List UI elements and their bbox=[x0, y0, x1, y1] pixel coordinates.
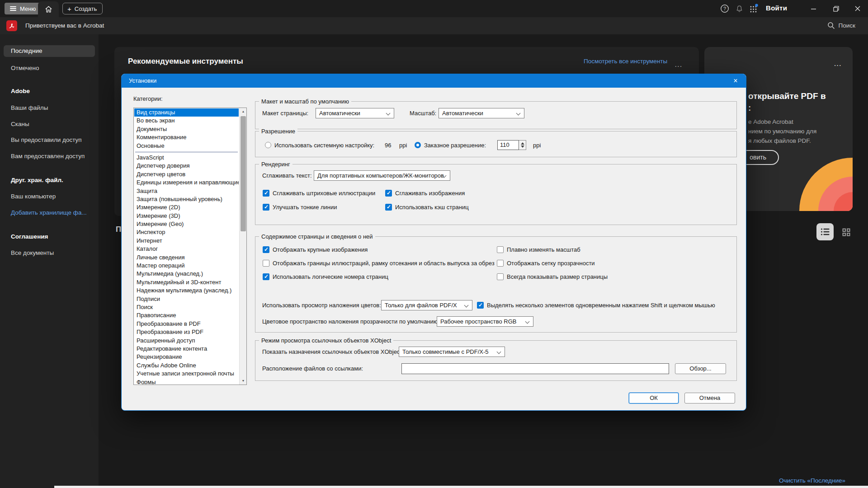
category-item[interactable]: Измерение (Geo) bbox=[134, 220, 239, 228]
category-item[interactable]: Подписи bbox=[134, 295, 239, 303]
category-item[interactable]: Поиск bbox=[134, 303, 239, 311]
apps-grid-button[interactable] bbox=[749, 4, 759, 14]
category-item[interactable]: Защита bbox=[134, 187, 239, 195]
category-item[interactable]: Мультимедийный и 3D-контент bbox=[134, 278, 239, 286]
dialog-close-button[interactable]: × bbox=[729, 74, 742, 88]
minimize-button[interactable] bbox=[807, 4, 819, 14]
sidebar-item-your-computer[interactable]: Ваш компьютер bbox=[4, 191, 95, 202]
browse-button[interactable]: Обзор... bbox=[675, 363, 726, 374]
see-all-tools-link[interactable]: Посмотреть все инструменты bbox=[584, 58, 667, 65]
cancel-button[interactable]: Отмена bbox=[684, 393, 735, 404]
horizontal-scrollbar[interactable] bbox=[54, 486, 868, 488]
show-large-images-checkbox[interactable] bbox=[263, 246, 269, 253]
category-item[interactable]: Диспетчер доверия bbox=[134, 162, 239, 170]
help-button[interactable]: ? bbox=[720, 4, 730, 14]
smooth-text-select[interactable]: Для портативных компьютеров/ЖК-мониторов bbox=[314, 170, 450, 181]
close-window-button[interactable] bbox=[852, 4, 863, 14]
list-view-toggle[interactable] bbox=[816, 223, 834, 240]
category-item[interactable]: Личные сведения bbox=[134, 253, 239, 262]
category-item[interactable]: Формы bbox=[134, 378, 239, 385]
sidebar-item-starred[interactable]: Отмечено bbox=[4, 62, 95, 74]
promo-more-button[interactable]: ... bbox=[834, 61, 842, 67]
menu-button-label: Меню bbox=[20, 5, 36, 12]
stepper-up-icon[interactable] bbox=[521, 142, 524, 145]
smooth-images-checkbox[interactable] bbox=[385, 190, 392, 197]
category-item[interactable]: Каталог bbox=[134, 245, 239, 253]
category-item[interactable]: Защита (повышенный уровень) bbox=[134, 195, 239, 203]
preferences-dialog: Установки × Категории: Вид страницыВо ве… bbox=[121, 74, 746, 411]
sidebar-item-shared-with-you[interactable]: Вам предоставлен доступ bbox=[4, 150, 95, 162]
smooth-line-art-checkbox[interactable] bbox=[263, 190, 269, 197]
system-resolution-label: Использовать системную настройку: bbox=[274, 142, 374, 149]
zoom-select[interactable]: Автоматически bbox=[439, 108, 524, 118]
menu-button[interactable]: Меню bbox=[5, 3, 41, 14]
scrollbar-thumb[interactable] bbox=[241, 116, 246, 231]
category-item[interactable]: Во весь экран bbox=[134, 117, 239, 125]
category-item[interactable]: Измерение (2D) bbox=[134, 203, 239, 211]
app-window: Меню + Создать ? bbox=[0, 0, 868, 488]
shift-multiselect-checkbox[interactable] bbox=[477, 302, 484, 309]
sidebar-item-all-documents[interactable]: Все документы bbox=[4, 247, 95, 259]
sidebar-item-your-files[interactable]: Ваши файлы bbox=[4, 102, 95, 114]
home-icon bbox=[44, 5, 53, 14]
create-button[interactable]: + Создать bbox=[62, 3, 103, 14]
category-item[interactable]: Рецензирование bbox=[134, 353, 239, 361]
category-item[interactable]: Надежная мультимедиа (унаслед.) bbox=[134, 286, 239, 295]
sidebar-item-recent[interactable]: Последние bbox=[4, 45, 95, 57]
dialog-titlebar[interactable]: Установки × bbox=[122, 74, 746, 88]
always-show-page-size-checkbox[interactable] bbox=[497, 273, 504, 280]
clear-recent-link[interactable]: Очистить «Последние» bbox=[779, 477, 845, 484]
blend-space-select[interactable]: Рабочее пространство RGB bbox=[437, 316, 533, 327]
show-art-trim-bleed-checkbox[interactable] bbox=[263, 260, 269, 267]
category-item[interactable]: Основные bbox=[134, 142, 239, 150]
custom-resolution-stepper[interactable] bbox=[519, 140, 526, 150]
category-item[interactable]: Вид страницы bbox=[134, 108, 239, 117]
smooth-zoom-checkbox[interactable] bbox=[497, 246, 504, 253]
sidebar-item-scans[interactable]: Сканы bbox=[4, 118, 95, 130]
category-item[interactable]: Единицы измерения и направляющие bbox=[134, 178, 239, 187]
category-item[interactable]: Интернет bbox=[134, 237, 239, 245]
category-item[interactable]: Расширенный доступ bbox=[134, 337, 239, 345]
overprint-preview-select[interactable]: Только для файлов PDF/X bbox=[381, 300, 472, 310]
show-art-trim-bleed-label: Отображать границы иллюстраций, рамку от… bbox=[273, 260, 495, 267]
category-item[interactable]: Преобразование из PDF bbox=[134, 328, 239, 336]
category-item[interactable]: Комментирование bbox=[134, 133, 239, 141]
category-item[interactable]: Диспетчер цветов bbox=[134, 170, 239, 178]
categories-scrollbar[interactable]: ▲ ▼ bbox=[239, 108, 246, 385]
grid-view-toggle[interactable] bbox=[840, 226, 853, 239]
tool-card-more-button[interactable]: ... bbox=[675, 61, 683, 68]
category-item[interactable]: JavaScript bbox=[134, 154, 239, 162]
transparency-grid-checkbox[interactable] bbox=[497, 260, 504, 267]
overprint-preview-label: Использовать просмотр наложения цветов: bbox=[262, 300, 381, 310]
category-item[interactable]: Инспектор bbox=[134, 228, 239, 236]
category-item[interactable]: Редактирование контента bbox=[134, 345, 239, 353]
category-item[interactable]: Мастер операций bbox=[134, 262, 239, 270]
scroll-up-icon[interactable]: ▲ bbox=[240, 108, 247, 115]
category-item[interactable]: Правописание bbox=[134, 311, 239, 319]
page-layout-select[interactable]: Автоматически bbox=[316, 108, 394, 118]
xobject-location-input[interactable] bbox=[401, 363, 669, 374]
scroll-down-icon[interactable]: ▼ bbox=[240, 377, 247, 385]
search-control[interactable]: Поиск bbox=[827, 22, 855, 29]
sidebar-item-add-storage[interactable]: Добавить хранилище фа... bbox=[4, 207, 95, 219]
category-item[interactable]: Мультимедиа (унаслед.) bbox=[134, 270, 239, 278]
notifications-button[interactable] bbox=[734, 4, 744, 14]
category-item[interactable]: Службы Adobe Online bbox=[134, 361, 239, 370]
stepper-down-icon[interactable] bbox=[521, 145, 524, 148]
page-cache-checkbox[interactable] bbox=[385, 204, 392, 211]
logical-page-numbers-checkbox[interactable] bbox=[263, 273, 269, 280]
custom-resolution-input[interactable]: 110 bbox=[497, 140, 519, 150]
system-resolution-radio[interactable] bbox=[265, 142, 271, 148]
sidebar-item-shared-by-you[interactable]: Вы предоставили доступ bbox=[4, 134, 95, 146]
home-tab[interactable] bbox=[38, 1, 59, 17]
restore-button[interactable] bbox=[830, 4, 842, 14]
enhance-thin-lines-checkbox[interactable] bbox=[263, 204, 269, 211]
custom-resolution-radio[interactable] bbox=[415, 142, 421, 148]
sign-in-button[interactable]: Войти bbox=[766, 4, 787, 12]
xobject-show-select[interactable]: Только совместимые с PDF/X-5 bbox=[399, 347, 505, 357]
category-item[interactable]: Документы bbox=[134, 125, 239, 133]
category-item[interactable]: Преобразование в PDF bbox=[134, 320, 239, 328]
ok-button[interactable]: ОК bbox=[629, 393, 679, 404]
category-item[interactable]: Измерение (3D) bbox=[134, 212, 239, 220]
category-item[interactable]: Учетные записи электронной почты bbox=[134, 370, 239, 378]
